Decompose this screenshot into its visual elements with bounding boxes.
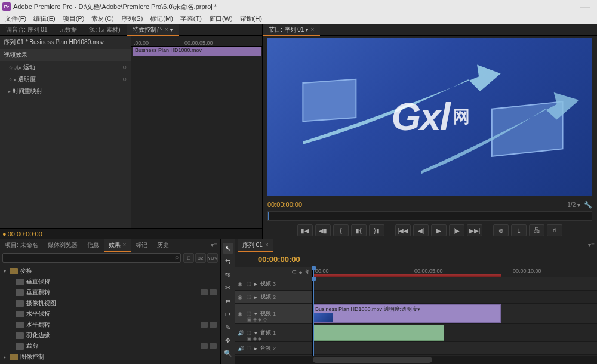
effects-search-input[interactable] — [2, 253, 181, 263]
panel-menu-icon[interactable]: ▾≡ — [588, 242, 595, 248]
effect-preset[interactable]: 摄像机视图 — [0, 298, 220, 309]
tab-audio-mixer[interactable]: 调音台: 序列 01 — [0, 24, 53, 36]
hand-tool[interactable]: ✥ — [223, 335, 233, 346]
selection-tool[interactable]: ↖ — [223, 243, 233, 254]
tab-program[interactable]: 节目: 序列 01▾× — [263, 24, 320, 36]
mark-in-button[interactable]: ▮◀ — [297, 224, 313, 236]
tab-media-browser[interactable]: 媒体浏览器 — [43, 239, 82, 251]
play-button[interactable]: ▶ — [431, 224, 447, 236]
lock-icon[interactable]: ⬚ — [247, 294, 253, 300]
eye-icon[interactable]: ◉ — [238, 311, 245, 317]
effect-mini-ruler[interactable]: :00:00 00:00:05:00 — [131, 36, 262, 47]
marker-button[interactable]: ● — [298, 269, 303, 276]
effect-preset[interactable]: 垂直保持 — [0, 276, 220, 287]
add-marker-button[interactable]: { — [333, 224, 349, 236]
effect-timecode[interactable]: 00:00:00:00 — [8, 230, 42, 237]
mark-out-button[interactable]: ◀▮ — [315, 224, 331, 236]
export-frame-button[interactable]: 品 — [529, 224, 544, 236]
close-icon[interactable]: × — [165, 26, 168, 33]
menu-project[interactable]: 项目(P) — [59, 13, 88, 24]
effect-item-opacity[interactable]: ☆ ▸透明度↺ — [0, 73, 131, 85]
lock-icon[interactable]: ⬚ — [247, 346, 253, 351]
tab-source[interactable]: 源: (无素材) — [83, 24, 126, 36]
effect-item-time-remap[interactable]: ▸时间重映射 — [0, 85, 131, 97]
program-mini-ruler[interactable] — [267, 211, 592, 221]
go-to-in-button[interactable]: ▮{ — [351, 224, 367, 236]
step-back-button[interactable]: |◀◀ — [395, 224, 411, 236]
lock-icon[interactable]: ⬚ — [247, 281, 253, 286]
frame-back-button[interactable]: ◀| — [413, 224, 429, 236]
track-header-video2[interactable]: ◉⬚▸视频 2 — [235, 291, 312, 304]
speaker-icon[interactable]: 🔊 — [238, 330, 245, 336]
panel-menu-icon[interactable]: ▾ — [170, 27, 173, 33]
pen-tool[interactable]: ✎ — [223, 322, 233, 332]
lock-icon[interactable]: ⬚ — [247, 330, 253, 335]
timeline-clip-audio[interactable] — [313, 325, 444, 341]
timeline-ruler[interactable]: 00:00 00:00:05:00 00:00:10:00 00:00:15:0… — [313, 267, 597, 277]
preset-filter-yuv[interactable]: YUV — [207, 253, 218, 263]
tab-metadata[interactable]: 元数据 — [53, 24, 83, 36]
track-header-video1[interactable]: ◉⬚▾视频 1▣ ◈ ◆ ◇ — [235, 304, 312, 324]
zoom-tool[interactable]: 🔍 — [223, 348, 233, 359]
tab-markers[interactable]: 标记 — [131, 239, 152, 251]
preset-filter-accel[interactable]: ⊞ — [183, 253, 194, 263]
lift-button[interactable]: ⊕ — [493, 224, 509, 236]
snap-toggle[interactable]: ⊂ — [291, 268, 297, 276]
effect-preset[interactable]: 水平保持 — [0, 309, 220, 319]
tab-info[interactable]: 信息 — [82, 239, 104, 251]
snapshot-button[interactable]: ⎙ — [547, 224, 562, 236]
track-lane-video3[interactable] — [313, 277, 597, 291]
panel-menu-icon[interactable]: ▾ — [306, 27, 308, 33]
tab-effects[interactable]: 效果× — [104, 239, 131, 251]
close-icon[interactable]: × — [310, 26, 314, 33]
track-lane-audio1[interactable] — [313, 324, 597, 342]
extract-button[interactable]: ⤓ — [511, 224, 527, 236]
razor-tool[interactable]: ✂ — [223, 282, 233, 293]
close-icon[interactable]: × — [123, 242, 127, 248]
track-header-audio1[interactable]: 🔊⬚▾音频 1▣ ◈ ◆ — [235, 324, 312, 342]
close-icon[interactable]: × — [265, 242, 269, 248]
menu-edit[interactable]: 编辑(E) — [30, 13, 59, 24]
tab-effect-controls[interactable]: 特效控制台×▾ — [127, 24, 179, 36]
track-lane-video1[interactable]: Business Plan HD1080.mov 透明度:透明度▾ — [313, 304, 597, 324]
track-lane-video2[interactable] — [313, 291, 597, 304]
slip-tool[interactable]: ⇔ — [223, 295, 233, 306]
settings-icon[interactable]: 🔧 — [584, 201, 592, 209]
twirl-icon[interactable]: ☆ ▸ — [8, 77, 16, 82]
menu-window[interactable]: 窗口(W) — [205, 13, 236, 24]
menu-clip[interactable]: 素材(C) — [88, 13, 117, 24]
tab-sequence[interactable]: 序列 01× — [238, 239, 273, 251]
track-header-video3[interactable]: ◉⬚▸视频 3 — [235, 277, 312, 291]
twirl-icon[interactable]: ▸ — [8, 89, 11, 94]
bin-folder-transform[interactable]: ▾变换 — [0, 266, 220, 276]
effect-preset[interactable]: 垂直翻转 — [0, 287, 220, 298]
timeline-timecode[interactable]: 00:00:00:00 — [258, 255, 300, 264]
frame-forward-button[interactable]: |▶ — [449, 224, 464, 236]
effect-item-motion[interactable]: ☆ 其▸运动↺ — [0, 61, 131, 73]
effect-clip-strip[interactable]: Business Plan HD1080.mov — [133, 47, 261, 56]
effect-preset[interactable]: 水平翻转 — [0, 319, 220, 330]
panel-menu-icon[interactable]: ▾≡ — [208, 242, 220, 248]
program-monitor[interactable]: Gxl网 — [267, 38, 592, 196]
bin-folder[interactable]: ▸图像控制 — [0, 351, 220, 362]
minimize-button[interactable]: — — [576, 4, 595, 10]
ripple-edit-tool[interactable]: ↹ — [223, 269, 233, 280]
menu-sequence[interactable]: 序列(S) — [118, 13, 147, 24]
slide-tool[interactable]: ↦ — [223, 309, 233, 319]
reset-icon[interactable]: ↺ — [122, 64, 127, 70]
lock-icon[interactable]: ⬚ — [247, 311, 253, 316]
reset-icon[interactable]: ↺ — [122, 76, 127, 82]
step-forward-button[interactable]: ▶▶| — [467, 224, 482, 236]
settings-icon[interactable]: ↯ — [304, 268, 310, 276]
eye-icon[interactable]: ◉ — [238, 281, 245, 287]
effect-preset[interactable]: 羽化边缘 — [0, 330, 220, 341]
program-scale[interactable]: 1/2 ▾ — [567, 202, 580, 208]
track-lane-audio2[interactable] — [313, 342, 597, 355]
effect-preset[interactable]: 裁剪 — [0, 341, 220, 351]
playhead[interactable] — [313, 267, 314, 277]
tab-history[interactable]: 历史 — [152, 239, 174, 251]
preset-filter-32bit[interactable]: 32 — [195, 253, 206, 263]
track-select-tool[interactable]: ⇆ — [223, 256, 233, 267]
menu-title[interactable]: 字幕(T) — [177, 13, 205, 24]
menu-file[interactable]: 文件(F) — [1, 13, 30, 24]
